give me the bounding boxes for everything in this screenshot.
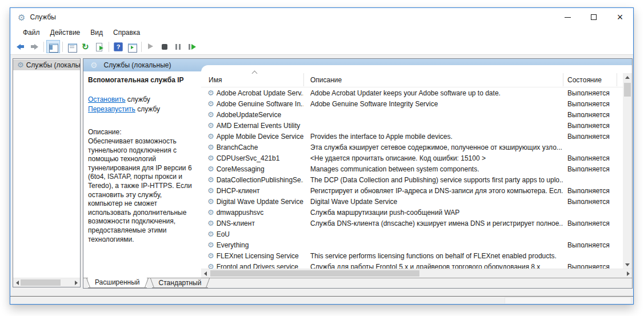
window-title: Службы <box>30 13 55 21</box>
scroll-left-button[interactable] <box>13 278 21 287</box>
service-name: AMD External Events Utility <box>217 122 301 130</box>
service-row[interactable]: Adobe Genuine Software In...Adobe Genuin… <box>201 98 623 109</box>
selected-service-title: Вспомогательная служба IP <box>88 76 197 84</box>
scroll-right-icon <box>75 281 78 285</box>
column-separator[interactable] <box>617 73 617 86</box>
show-console-tree-button[interactable] <box>46 40 60 53</box>
service-name: BranchCache <box>217 143 258 151</box>
service-gear-icon <box>207 133 214 140</box>
column-separator[interactable] <box>563 73 563 86</box>
close-button[interactable]: × <box>607 8 633 26</box>
service-name-cell: Everything <box>201 241 303 249</box>
forward-arrow-button[interactable] <box>27 40 41 53</box>
service-gear-icon <box>207 176 214 183</box>
service-row[interactable]: EoU <box>201 229 623 239</box>
service-row[interactable]: DHCP-клиентРегистрирует и обновляет IP-а… <box>201 185 623 196</box>
service-row[interactable]: BranchCacheЭта служба кэширует сетевое с… <box>201 142 623 153</box>
service-row[interactable]: DNS-клиентСлужба DNS-клиента (dnscache) … <box>201 218 623 229</box>
service-row[interactable]: CoreMessagingManages communication betwe… <box>201 163 623 174</box>
service-gear-icon <box>207 111 214 118</box>
minimize-button[interactable] <box>554 8 581 26</box>
list-horizontal-scrollbar[interactable] <box>201 269 632 278</box>
scrollbar-thumb[interactable] <box>21 279 61 286</box>
stop-service-link[interactable]: Остановить <box>88 95 126 103</box>
menu-item[interactable]: Справка <box>108 27 145 38</box>
column-header-status[interactable]: Состояние <box>567 76 602 84</box>
stop-service-button[interactable] <box>158 40 171 53</box>
restart-service-button[interactable] <box>185 40 199 53</box>
status-gap <box>10 291 633 296</box>
column-header-description[interactable]: Описание <box>310 76 342 84</box>
tab-extended[interactable]: Расширенный <box>88 278 147 288</box>
service-row[interactable]: Frontol and Drivers serviceСлужба для ра… <box>201 261 623 269</box>
service-name: CoreMessaging <box>217 165 265 173</box>
help-button[interactable] <box>111 40 125 53</box>
tab-standard[interactable]: Стандартный <box>152 278 209 288</box>
show-action-pane-button[interactable] <box>125 40 139 53</box>
toolbar <box>10 39 633 55</box>
service-name-cell: AdobeUpdateService <box>201 111 303 119</box>
services-gear-icon <box>17 61 24 69</box>
services-extended-panel: Службы (локальные) Вспомогательная служб… <box>83 58 633 289</box>
scroll-up-icon <box>625 76 630 79</box>
service-gear-icon <box>207 241 214 249</box>
service-gear-icon <box>207 252 214 259</box>
pause-service-button[interactable] <box>171 40 185 53</box>
scrollbar-thumb[interactable] <box>624 83 631 97</box>
service-status: Выполняется <box>563 89 623 97</box>
service-status: Выполняется <box>563 122 623 130</box>
service-description: Служба маршрутизации push-сообщений WAP <box>303 209 563 217</box>
service-row[interactable]: AMD External Events UtilityВыполняется <box>201 120 623 131</box>
list-vertical-scrollbar[interactable] <box>623 73 632 269</box>
service-row[interactable]: CDPUserSvc_421b1<Не удается прочитать оп… <box>201 153 623 163</box>
back-arrow-button[interactable] <box>14 40 27 53</box>
service-name-cell: Apple Mobile Device Service <box>201 133 303 141</box>
export-list-icon <box>95 42 104 51</box>
scroll-up-button[interactable] <box>623 73 632 81</box>
restart-service-link[interactable]: Перезапустить <box>88 105 135 113</box>
service-gear-icon <box>207 187 214 194</box>
service-row[interactable]: Apple Mobile Device ServiceProvides the … <box>201 131 623 142</box>
refresh-button[interactable] <box>79 40 93 53</box>
service-description: Digital Wave Update Service <box>303 198 563 206</box>
column-separator[interactable] <box>303 73 304 86</box>
service-name-cell: DHCP-клиент <box>201 187 303 195</box>
menu-item[interactable]: Файл <box>18 27 45 38</box>
service-description: Provides the interface to Apple mobile d… <box>303 133 563 141</box>
restart-link-suffix: службу <box>135 105 160 113</box>
service-row[interactable]: Adobe Acrobat Update Serv...Adobe Acroba… <box>201 87 623 98</box>
service-row[interactable]: EverythingВыполняется <box>201 239 623 250</box>
service-name-cell: BranchCache <box>201 143 303 151</box>
service-row[interactable]: FLEXnet Licensing ServiceThis service pe… <box>201 250 623 261</box>
service-row[interactable]: dmwappushsvcСлужба маршрутизации push-со… <box>201 207 623 218</box>
menu-item[interactable]: Вид <box>85 27 108 38</box>
service-row[interactable]: Digital Wave Update ServiceDigital Wave … <box>201 196 623 207</box>
toolbar-separator <box>62 42 63 52</box>
start-service-button[interactable] <box>144 40 158 53</box>
title-bar[interactable]: Службы × <box>10 8 633 26</box>
export-list-button[interactable] <box>93 40 106 53</box>
service-description: Adobe Genuine Software Integrity Service <box>303 100 563 108</box>
service-name: Adobe Acrobat Update Serv... <box>217 89 303 97</box>
column-header-name[interactable]: Имя <box>209 76 222 84</box>
tree-horizontal-scrollbar[interactable] <box>13 278 80 287</box>
service-row[interactable]: AdobeUpdateServiceВыполняется <box>201 109 623 120</box>
scroll-down-button[interactable] <box>623 261 632 269</box>
tree-item-services-local[interactable]: Службы (локальные) <box>13 59 80 70</box>
service-gear-icon <box>207 100 214 107</box>
scroll-left-button[interactable] <box>201 269 209 278</box>
services-list: Adobe Acrobat Update Serv...Adobe Acroba… <box>201 87 623 269</box>
maximize-button[interactable] <box>581 8 607 26</box>
scroll-right-button[interactable] <box>624 269 632 278</box>
service-name-cell: FLEXnet Licensing Service <box>201 252 303 260</box>
service-status: Выполняется <box>563 165 623 173</box>
scrollbar-thumb[interactable] <box>210 270 419 277</box>
service-name-cell: dmwappushsvc <box>201 209 303 217</box>
properties-button[interactable] <box>65 40 79 53</box>
service-name-cell: Adobe Acrobat Update Serv... <box>201 89 303 97</box>
service-description-text: Обеспечивает возможность туннельного под… <box>88 137 198 244</box>
service-name: EoU <box>217 230 230 238</box>
menu-item[interactable]: Действие <box>45 27 86 38</box>
service-row[interactable]: DataCollectionPublishingSe...The DCP (Da… <box>201 174 623 185</box>
scroll-right-button[interactable] <box>72 278 80 287</box>
